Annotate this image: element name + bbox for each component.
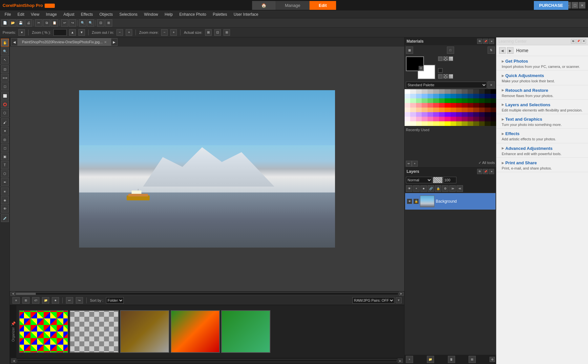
swatch-2-4[interactable] — [428, 98, 433, 103]
swatch-5-14[interactable] — [485, 112, 490, 117]
swatch-6-3[interactable] — [422, 117, 427, 121]
swatch-0-1[interactable] — [410, 89, 416, 94]
swatch-3-14[interactable] — [485, 103, 490, 108]
swatch-6-1[interactable] — [410, 117, 416, 121]
zoom-out-btn[interactable]: 🔍 — [79, 19, 86, 27]
swatch-6-10[interactable] — [462, 117, 467, 121]
swatch-5-8[interactable] — [451, 112, 456, 117]
thumb-4[interactable] — [171, 310, 220, 353]
materials-close-btn[interactable]: ✕ — [489, 39, 494, 44]
tool-paint[interactable]: 🖌 — [1, 118, 9, 126]
swatch-6-2[interactable] — [416, 117, 422, 121]
org-scroll-track[interactable] — [17, 359, 397, 362]
swatch-6-5[interactable] — [433, 117, 439, 121]
open-btn[interactable]: 📂 — [9, 19, 16, 27]
zoom-decr-btn[interactable]: ▲ — [69, 29, 76, 36]
swatch-2-6[interactable] — [439, 98, 445, 103]
swatch-1-4[interactable] — [428, 94, 433, 98]
zoom-in-btn2[interactable]: + — [126, 29, 132, 36]
swatch-5-5[interactable] — [433, 112, 439, 117]
menu-window[interactable]: Window — [141, 11, 161, 17]
swatch-5-2[interactable] — [416, 112, 422, 117]
swatch-1-8[interactable] — [451, 94, 456, 98]
opacity-slider[interactable] — [433, 177, 443, 183]
swatch-4-14[interactable] — [485, 108, 490, 112]
swatch-0-0[interactable] — [405, 89, 410, 94]
tool-zoom[interactable]: 🔍 — [1, 47, 9, 55]
layer-eye-icon[interactable]: 👁 — [407, 199, 412, 204]
layers-settings-icon[interactable]: ⚙ — [490, 357, 495, 362]
tool-red-eye[interactable]: 👁 — [1, 205, 9, 212]
lc-item-title-print[interactable]: Print and Share — [502, 160, 585, 165]
swatch-0-10[interactable] — [462, 89, 467, 94]
zoom-more-in-btn[interactable]: + — [170, 29, 177, 36]
swatch-0-15[interactable] — [491, 89, 496, 94]
new-layer-btn[interactable]: + — [406, 356, 413, 363]
swatch-7-11[interactable] — [468, 121, 473, 126]
tool-selection[interactable]: ⬜ — [1, 92, 9, 100]
scroll-right-btn[interactable]: ▶ — [399, 292, 404, 296]
swatch-6-0[interactable] — [405, 117, 410, 121]
tool-eraser[interactable]: ◻ — [1, 144, 9, 152]
swatch-7-2[interactable] — [416, 121, 422, 126]
color-extra-btn2[interactable] — [443, 56, 448, 61]
swatch-4-6[interactable] — [439, 108, 445, 112]
home-tab[interactable]: 🏠 — [252, 1, 276, 10]
del-layer-btn[interactable]: 🗑 — [448, 356, 455, 363]
swatch-1-1[interactable] — [410, 94, 416, 98]
scroll-track[interactable] — [16, 293, 398, 295]
tool-straighten[interactable]: ⟺ — [1, 74, 9, 82]
swatch-3-0[interactable] — [405, 103, 410, 108]
lc-item-layers[interactable]: Layers and Selections Edit multiple elem… — [496, 100, 588, 114]
zoom-more-out-btn[interactable]: − — [161, 29, 168, 36]
thumb-3[interactable] — [120, 310, 169, 353]
swatch-5-1[interactable] — [410, 112, 416, 117]
lc-back-btn[interactable]: ◀ — [499, 47, 506, 54]
menu-palettes[interactable]: Palettes — [210, 11, 230, 17]
swatch-7-10[interactable] — [462, 121, 467, 126]
swatch-0-9[interactable] — [456, 89, 462, 94]
swatch-2-10[interactable] — [462, 98, 467, 103]
actual-size-btn[interactable]: ⊠ — [205, 29, 212, 36]
scroll-left-btn[interactable]: ◀ — [10, 292, 15, 296]
layers-pin-btn[interactable]: 📌 — [483, 169, 488, 174]
lc-item-print[interactable]: Print and Share Print, e-mail, and share… — [496, 158, 588, 172]
swatch-1-5[interactable] — [433, 94, 439, 98]
lc-item-retouch[interactable]: Retouch and Restore Remove flaws from yo… — [496, 85, 588, 100]
swatch-6-6[interactable] — [439, 117, 445, 121]
canvas-horizontal-scrollbar[interactable]: ◀ ▶ — [10, 291, 404, 296]
pencil-icon-btn[interactable]: ✏ — [406, 161, 412, 167]
swatch-2-13[interactable] — [479, 98, 485, 103]
swatch-2-8[interactable] — [451, 98, 456, 103]
swatch-0-2[interactable] — [416, 89, 422, 94]
color-extra-btn3[interactable] — [449, 56, 453, 61]
swatch-4-13[interactable] — [479, 108, 485, 112]
swatch-1-11[interactable] — [468, 94, 473, 98]
organizer-folder-btn[interactable]: 📁 — [42, 297, 49, 304]
menu-effects[interactable]: Effects — [78, 11, 96, 17]
tool-perspective[interactable]: ◻ — [1, 82, 9, 90]
swatch-4-7[interactable] — [445, 108, 450, 112]
swatch-1-7[interactable] — [445, 94, 450, 98]
purchase-button[interactable]: PURCHASE — [534, 1, 568, 10]
swatch-4-1[interactable] — [410, 108, 416, 112]
layers-effects-btn[interactable]: ★ — [420, 185, 427, 192]
color-extra-btn6[interactable] — [443, 74, 448, 79]
swatch-1-6[interactable] — [439, 94, 445, 98]
layers-link-btn[interactable]: 🔗 — [428, 185, 434, 192]
lc-item-get-photos[interactable]: Get Photos Import photos from your PC, c… — [496, 56, 588, 71]
menu-file[interactable]: File — [1, 11, 14, 17]
swatch-2-9[interactable] — [456, 98, 462, 103]
print-btn[interactable]: 🖨 — [25, 19, 32, 27]
canvas-area[interactable] — [10, 47, 404, 291]
layers-new-btn[interactable]: + — [413, 185, 420, 192]
tab-close-btn[interactable]: ✕ — [104, 40, 107, 44]
plus-icon-btn[interactable]: + — [412, 161, 418, 167]
swatch-1-3[interactable] — [422, 94, 427, 98]
mat-swap-btn[interactable]: ⇅ — [488, 47, 495, 54]
tab-next-btn[interactable]: ▶ — [111, 38, 117, 46]
swatch-0-3[interactable] — [422, 89, 427, 94]
layers-close-btn[interactable]: ✕ — [489, 169, 494, 174]
zoom-in-btn[interactable]: 🔍 — [87, 19, 94, 27]
redo-btn[interactable]: ↪ — [69, 19, 76, 27]
